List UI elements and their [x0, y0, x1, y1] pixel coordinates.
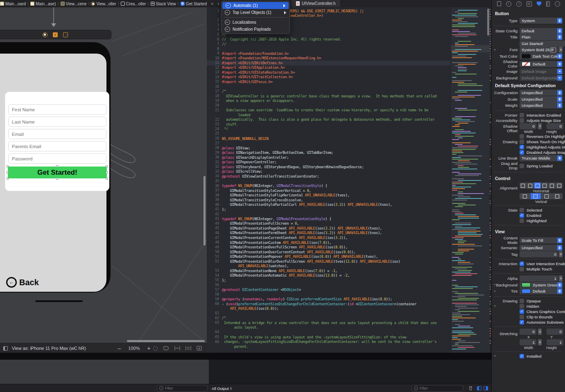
get-started-button[interactable]: Get Started! — [8, 167, 107, 178]
segment-2[interactable] — [541, 193, 552, 199]
number-field-x[interactable]: 0 — [520, 329, 536, 335]
segment-4[interactable] — [549, 182, 556, 189]
clear-console-icon[interactable] — [468, 386, 473, 391]
size-inspector-icon[interactable] — [546, 1, 550, 7]
segment-1[interactable] — [531, 193, 542, 199]
breadcrumb-item-main-ase[interactable]: Main...ase) — [30, 2, 56, 6]
device-bar-toggle-icon[interactable] — [3, 346, 8, 351]
checkbox-shows-touch-on-highlight[interactable] — [520, 140, 524, 144]
console-scope-selector[interactable]: All Output — [212, 386, 232, 391]
email-field[interactable] — [8, 129, 106, 139]
signup-form-card[interactable]: Get Started! — [5, 92, 109, 191]
breadcrumb-item-main-oard[interactable]: Main...oard — [0, 2, 26, 6]
checkbox-clip-to-bounds[interactable] — [520, 315, 524, 319]
debug-divider[interactable] — [0, 353, 491, 360]
checkbox-enabled[interactable]: ✓ — [520, 213, 524, 218]
number-field-width[interactable]: 1 — [520, 339, 536, 345]
console-filter-input[interactable]: Filter — [411, 385, 463, 392]
segment-0[interactable] — [520, 193, 531, 199]
popup-tint[interactable]: Default — [520, 288, 563, 294]
canvas-horizontal-scrollbar[interactable] — [127, 340, 205, 342]
show-console-pane-icon[interactable] — [484, 386, 488, 390]
add-keyframe-icon[interactable]: + — [494, 48, 497, 52]
popup-line-break[interactable]: Truncate Middle — [520, 155, 563, 161]
breadcrumb-item-stack-view[interactable]: Stack View — [151, 2, 176, 6]
first-responder-icon[interactable] — [53, 32, 58, 37]
segment-0[interactable] — [520, 182, 527, 189]
number-field-height[interactable]: 1 — [547, 339, 563, 345]
popup-background[interactable]: System Green Color — [520, 282, 563, 288]
checkbox-highlighted-adjusts-image[interactable]: ✓ — [520, 145, 524, 149]
title-text-field[interactable] — [520, 41, 565, 47]
device-orientation-icon[interactable] — [163, 346, 169, 351]
number-field-tag[interactable]: 0 — [520, 251, 558, 257]
checkbox-opaque[interactable] — [520, 299, 524, 303]
checkbox-selected[interactable] — [520, 208, 524, 212]
back-icon[interactable]: ‹ — [217, 1, 219, 7]
editor-scrollbar[interactable] — [487, 9, 489, 36]
popup-semantic[interactable]: Unspecified — [520, 245, 563, 251]
number-field-width[interactable]: 0 — [520, 123, 536, 129]
font-picker-icon[interactable]: T — [550, 47, 556, 53]
embed-icon[interactable] — [197, 346, 202, 351]
popup-title[interactable]: Plain — [520, 34, 563, 40]
history-inspector-icon[interactable] — [506, 1, 511, 7]
stepper[interactable] — [538, 329, 542, 335]
variables-filter-input[interactable]: Filter — [157, 385, 208, 392]
tab-uiviewcontroller[interactable]: h UIViewController.h — [291, 0, 341, 7]
stepper[interactable] — [559, 47, 563, 53]
stepper[interactable] — [559, 275, 563, 282]
connections-inspector-icon[interactable]: → — [555, 1, 560, 7]
breadcrumb-item-view-cene[interactable]: View...cene — [61, 2, 87, 6]
checkbox-disabled-adjusts-image[interactable]: ✓ — [520, 150, 524, 155]
checkbox-reverses-on-highlight[interactable] — [520, 134, 524, 139]
quick-help-icon[interactable]: ? — [516, 1, 522, 7]
menu-item-notification-payloads[interactable]: Notification Payloads — [221, 26, 289, 33]
first-name-field[interactable] — [8, 104, 106, 115]
checkbox-interaction-enabled[interactable] — [520, 113, 524, 117]
checkbox-hidden[interactable] — [520, 304, 524, 309]
stepper[interactable] — [559, 251, 563, 257]
popup-weight[interactable]: Unspecified — [520, 102, 563, 108]
number-field-y[interactable]: 0 — [547, 329, 563, 335]
password-field[interactable] — [8, 153, 106, 164]
popup-type[interactable]: System — [520, 18, 563, 24]
checkbox-user-interaction-enabled[interactable]: ✓ — [520, 261, 524, 266]
close-split-icon[interactable]: × — [211, 1, 213, 6]
popup-configuration[interactable]: Unspecified — [520, 90, 563, 96]
add-keyframe-icon[interactable]: + — [494, 289, 497, 293]
menu-item-automatic-1[interactable]: Automatic (1) — [222, 2, 289, 9]
popup-state-config[interactable]: Default — [520, 28, 563, 34]
zoom-level[interactable]: 100% — [128, 346, 140, 351]
canvas-vertical-scrollbar[interactable] — [203, 176, 206, 246]
align-vertical-icon[interactable] — [185, 346, 191, 351]
add-keyframe-icon[interactable]: + — [494, 283, 497, 287]
align-horizontal-icon[interactable] — [174, 346, 180, 351]
breadcrumb-item-get-started[interactable]: BGet Started! — [181, 2, 207, 6]
exit-icon[interactable] — [63, 32, 68, 37]
segment-3[interactable] — [552, 193, 563, 199]
segment-1[interactable] — [527, 182, 534, 189]
storyboard-canvas[interactable]: Get Started! ← Back — [0, 7, 207, 343]
checkbox-installed[interactable]: ✓ — [520, 354, 524, 358]
parents-email-field[interactable] — [8, 141, 106, 151]
file-inspector-icon[interactable] — [497, 1, 501, 6]
source-editor[interactable]: 1#if (defined(USE_UIKIT_PUBLIC_HEADERS) … — [207, 7, 450, 353]
zoom-out-button[interactable]: – — [118, 345, 121, 351]
stepper[interactable] — [538, 123, 542, 129]
identity-inspector-icon[interactable] — [527, 1, 532, 7]
segment-3[interactable] — [541, 182, 549, 189]
number-field-height[interactable]: 0 — [547, 123, 563, 129]
breadcrumb-item-crea-oller[interactable]: Crea...oller — [121, 2, 146, 6]
checkbox-adjusts-image-size[interactable] — [520, 118, 524, 123]
back-button[interactable]: ← Back — [6, 277, 39, 288]
show-variables-pane-icon[interactable] — [477, 386, 481, 390]
combo-background[interactable]: Default Background I... — [520, 75, 563, 81]
attributes-inspector-icon[interactable] — [537, 2, 541, 6]
checkbox-highlighted[interactable] — [520, 219, 524, 223]
breadcrumb-item-view-oller[interactable]: View...oller — [91, 2, 116, 6]
view-controller-icon[interactable] — [43, 32, 47, 37]
add-keyframe-icon[interactable]: + — [494, 304, 497, 308]
segment-2[interactable] — [534, 182, 541, 189]
menu-item-localizations[interactable]: Localizations — [221, 19, 289, 26]
